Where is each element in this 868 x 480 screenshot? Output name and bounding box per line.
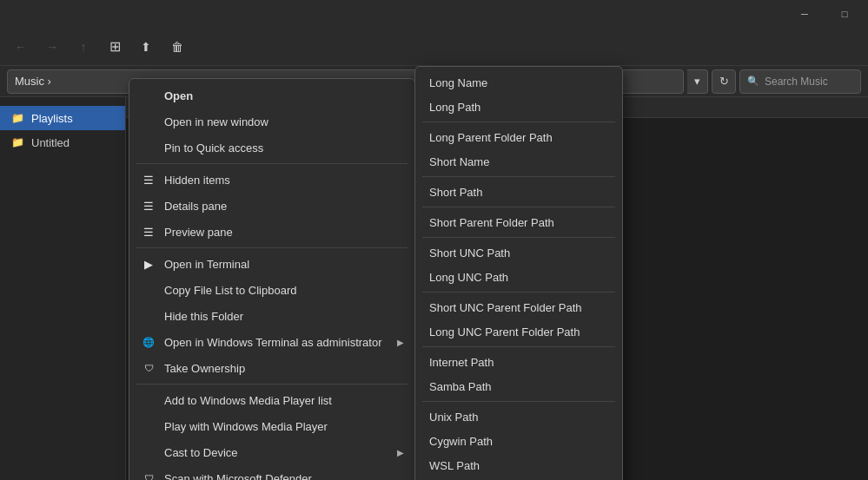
view-button[interactable]: ⊞ bbox=[101, 33, 129, 61]
ctx-copy-file-list[interactable]: Copy File List to Clipboard bbox=[129, 277, 414, 303]
search-icon: 🔍 bbox=[747, 76, 759, 87]
window-icon bbox=[140, 113, 157, 130]
search-placeholder: Search Music bbox=[765, 76, 828, 88]
sub-short-unc-parent-folder-path-label: Short UNC Parent Folder Path bbox=[429, 301, 582, 314]
sub-sep-2 bbox=[422, 176, 615, 177]
sidebar-section: 📁 Playlists 📁 Untitled bbox=[0, 104, 125, 156]
sub-sep-6 bbox=[422, 346, 615, 347]
minimize-button[interactable]: ─ bbox=[785, 0, 825, 28]
preview-icon: ☰ bbox=[140, 223, 157, 240]
ctx-copy-file-list-label: Copy File List to Clipboard bbox=[164, 284, 296, 297]
address-dropdown-icon: ▾ bbox=[694, 75, 700, 88]
sub-cygwin-path[interactable]: Cygwin Path bbox=[415, 429, 622, 453]
ctx-open-terminal-admin[interactable]: 🌐 Open in Windows Terminal as administra… bbox=[129, 329, 414, 355]
sub-short-parent-folder-path[interactable]: Short Parent Folder Path bbox=[415, 210, 622, 234]
arrow-icon: ▶ bbox=[397, 338, 404, 347]
toolbar: ← → ↑ ⊞ ⬆ 🗑 bbox=[0, 28, 868, 66]
sub-sep-1 bbox=[422, 122, 615, 122]
refresh-icon: ↻ bbox=[719, 75, 729, 88]
up-button[interactable]: ↑ bbox=[70, 33, 97, 61]
ctx-open-terminal-admin-label: Open in Windows Terminal as administrato… bbox=[164, 336, 381, 349]
details-icon: ☰ bbox=[140, 197, 157, 214]
ctx-details-pane-label: Details pane bbox=[164, 200, 227, 213]
ctx-pin-quick[interactable]: Pin to Quick access bbox=[129, 135, 414, 161]
defender-icon: 🛡 bbox=[140, 470, 157, 480]
sidebar: 📁 Playlists 📁 Untitled bbox=[0, 97, 126, 480]
sub-long-path[interactable]: Long Path bbox=[415, 95, 622, 119]
ctx-hide-folder[interactable]: Hide this Folder bbox=[129, 303, 414, 329]
share-icon: ⬆ bbox=[141, 40, 151, 54]
sub-short-path[interactable]: Short Path bbox=[415, 180, 622, 204]
ctx-play-wmp-label: Play with Windows Media Player bbox=[164, 420, 328, 433]
sub-short-unc-path[interactable]: Short UNC Path bbox=[415, 240, 622, 265]
cast-icon bbox=[140, 444, 157, 461]
ctx-pin-quick-label: Pin to Quick access bbox=[164, 141, 263, 155]
ctx-play-wmp[interactable]: Play with Windows Media Player bbox=[129, 413, 414, 439]
sub-sep-3 bbox=[422, 207, 615, 207]
ctx-sep-3 bbox=[136, 384, 407, 385]
ctx-open-terminal-label: Open in Terminal bbox=[164, 258, 249, 271]
sub-sep-5 bbox=[422, 292, 615, 293]
sidebar-item-label: Untitled bbox=[31, 136, 70, 149]
ctx-add-wmp[interactable]: Add to Windows Media Player list bbox=[129, 387, 414, 413]
ctx-open-terminal[interactable]: ▶ Open in Terminal bbox=[129, 251, 414, 277]
sub-wsl-path[interactable]: WSL Path bbox=[415, 453, 622, 477]
copy-icon bbox=[140, 281, 157, 299]
sidebar-item-playlists[interactable]: 📁 Playlists bbox=[0, 106, 125, 130]
address-text: Music › bbox=[15, 75, 51, 88]
globe-icon: 🌐 bbox=[140, 333, 157, 351]
sub-long-unc-parent-folder-path[interactable]: Long UNC Parent Folder Path bbox=[415, 319, 622, 344]
sub-short-unc-parent-folder-path[interactable]: Short UNC Parent Folder Path bbox=[415, 295, 622, 319]
sub-short-unc-path-label: Short UNC Path bbox=[429, 247, 510, 260]
ctx-open[interactable]: Open bbox=[129, 82, 414, 108]
sub-long-unc-parent-folder-path-label: Long UNC Parent Folder Path bbox=[429, 325, 580, 339]
sub-unix-path[interactable]: Unix Path bbox=[415, 404, 622, 429]
play-icon bbox=[140, 418, 157, 435]
refresh-button[interactable]: ↻ bbox=[712, 69, 736, 94]
ctx-sep-2 bbox=[136, 247, 407, 248]
sub-long-parent-folder-path-label: Long Parent Folder Path bbox=[429, 131, 553, 144]
address-dropdown-button[interactable]: ▾ bbox=[687, 69, 708, 94]
sub-short-path-label: Short Path bbox=[429, 186, 482, 199]
ctx-hidden-items[interactable]: ☰ Hidden items bbox=[129, 167, 414, 193]
delete-button[interactable]: 🗑 bbox=[163, 33, 191, 61]
sub-samba-path-label: Samba Path bbox=[429, 380, 492, 393]
hidden-icon: ☰ bbox=[140, 171, 157, 188]
ctx-scan-defender[interactable]: 🛡 Scan with Microsoft Defender... bbox=[129, 465, 414, 480]
sub-internet-path[interactable]: Internet Path bbox=[415, 350, 622, 374]
search-box[interactable]: 🔍 Search Music bbox=[739, 69, 861, 94]
title-bar: ─ □ bbox=[0, 0, 868, 28]
ctx-open-new-window[interactable]: Open in new window bbox=[129, 108, 414, 135]
sub-internet-path-label: Internet Path bbox=[429, 356, 494, 369]
sub-long-parent-folder-path[interactable]: Long Parent Folder Path bbox=[415, 125, 622, 149]
sub-long-unc-path[interactable]: Long UNC Path bbox=[415, 265, 622, 289]
sub-samba-path[interactable]: Samba Path bbox=[415, 374, 622, 398]
sub-sep-4 bbox=[422, 237, 615, 238]
folder-icon: 📁 bbox=[10, 135, 24, 149]
sub-short-name-label: Short Name bbox=[429, 155, 489, 168]
sidebar-item-untitled[interactable]: 📁 Untitled bbox=[0, 130, 125, 155]
sub-wsl-path-label: WSL Path bbox=[429, 459, 480, 472]
sub-long-unc-path-label: Long UNC Path bbox=[429, 271, 508, 284]
ctx-details-pane[interactable]: ☰ Details pane bbox=[129, 193, 414, 219]
ctx-cast-device[interactable]: Cast to Device ▶ bbox=[129, 439, 414, 465]
ctx-add-wmp-label: Add to Windows Media Player list bbox=[164, 394, 332, 407]
view-icon: ⊞ bbox=[109, 38, 121, 55]
ctx-preview-pane-label: Preview pane bbox=[164, 226, 233, 239]
sub-short-parent-folder-path-label: Short Parent Folder Path bbox=[429, 216, 554, 229]
ctx-sep-1 bbox=[136, 163, 407, 164]
ctx-preview-pane[interactable]: ☰ Preview pane bbox=[129, 219, 414, 245]
back-button[interactable]: ← bbox=[7, 33, 35, 61]
ctx-hidden-items-label: Hidden items bbox=[164, 174, 230, 187]
maximize-button[interactable]: □ bbox=[825, 0, 865, 28]
forward-button[interactable]: → bbox=[38, 33, 66, 61]
arrow-icon: ▶ bbox=[397, 448, 404, 457]
context-menu: Open Open in new window Pin to Quick acc… bbox=[129, 78, 415, 480]
sub-short-name[interactable]: Short Name bbox=[415, 149, 622, 174]
share-button[interactable]: ⬆ bbox=[132, 33, 160, 61]
sub-long-name[interactable]: Long Name bbox=[415, 70, 622, 95]
folder-icon: 📁 bbox=[10, 111, 24, 125]
ctx-hide-folder-label: Hide this Folder bbox=[164, 310, 243, 323]
sub-long-path-label: Long Path bbox=[429, 101, 480, 114]
ctx-take-ownership[interactable]: 🛡 Take Ownership bbox=[129, 355, 414, 381]
